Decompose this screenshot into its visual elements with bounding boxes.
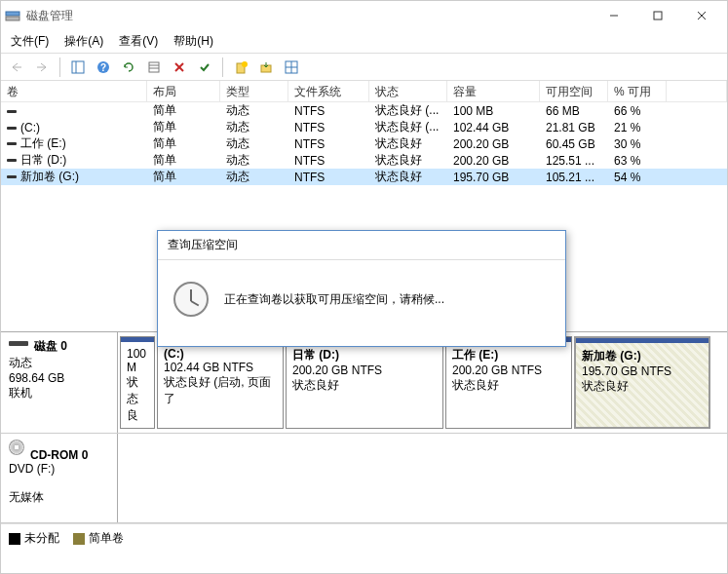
svg-point-16 bbox=[242, 61, 248, 67]
partition[interactable]: 100 M状态良 bbox=[120, 336, 155, 429]
dialog-message: 正在查询卷以获取可用压缩空间，请稍候... bbox=[224, 291, 444, 308]
disk-panel: 磁盘 0动态698.64 GB联机100 M状态良(C:)102.44 GB N… bbox=[1, 331, 727, 523]
col-layout[interactable]: 布局 bbox=[147, 81, 220, 101]
minimize-button[interactable] bbox=[592, 2, 635, 29]
toolbar: ? bbox=[1, 54, 727, 81]
close-button[interactable] bbox=[679, 2, 723, 29]
partition-size: 200.20 GB NTFS bbox=[292, 364, 437, 377]
table-row[interactable]: 工作 (E:)简单动态NTFS状态良好200.20 GB60.45 GB30 % bbox=[1, 135, 727, 152]
svg-rect-0 bbox=[6, 12, 19, 16]
col-status[interactable]: 状态 bbox=[369, 81, 447, 101]
partition[interactable]: 工作 (E:)200.20 GB NTFS状态良好 bbox=[445, 336, 572, 429]
volume-icon bbox=[7, 110, 17, 113]
partition-status: 状态良 bbox=[127, 374, 148, 424]
menu-action[interactable]: 操作(A) bbox=[57, 31, 111, 52]
partition[interactable]: (C:)102.44 GB NTFS状态良好 (启动, 页面了 bbox=[157, 336, 284, 429]
partition-size: 195.70 GB NTFS bbox=[582, 364, 703, 378]
partition-status: 状态良好 bbox=[292, 377, 437, 394]
col-free[interactable]: 可用空间 bbox=[540, 81, 608, 101]
partition-name: 日常 (D:) bbox=[292, 347, 437, 364]
legend-unallocated: 未分配 bbox=[9, 530, 59, 547]
col-filesystem[interactable]: 文件系统 bbox=[288, 81, 369, 101]
partition-status: 状态良好 bbox=[582, 378, 703, 395]
disk-partitions: 100 M状态良(C:)102.44 GB NTFS状态良好 (启动, 页面了日… bbox=[118, 332, 727, 433]
clock-icon bbox=[173, 282, 209, 317]
console-tree-button[interactable] bbox=[66, 57, 90, 78]
partition-size: 200.20 GB NTFS bbox=[452, 364, 565, 377]
menu-view[interactable]: 查看(V) bbox=[111, 31, 166, 52]
partition-bar bbox=[121, 337, 154, 342]
col-spacer bbox=[667, 81, 727, 101]
table-row[interactable]: 日常 (D:)简单动态NTFS状态良好200.20 GB125.51 ...63… bbox=[1, 152, 727, 169]
partition-size: 102.44 GB NTFS bbox=[164, 361, 277, 374]
accept-button[interactable] bbox=[193, 57, 216, 78]
col-pct[interactable]: % 可用 bbox=[608, 81, 667, 101]
table-header: 卷 布局 类型 文件系统 状态 容量 可用空间 % 可用 bbox=[1, 81, 727, 102]
back-button[interactable] bbox=[5, 57, 28, 78]
window-title: 磁盘管理 bbox=[26, 8, 592, 24]
legend-unallocated-swatch bbox=[9, 533, 20, 545]
disk-row: CD-ROM 0DVD (F:)无媒体 bbox=[1, 434, 727, 523]
disk-info[interactable]: 磁盘 0动态698.64 GB联机 bbox=[1, 332, 118, 433]
partition[interactable]: 日常 (D:)200.20 GB NTFS状态良好 bbox=[286, 336, 443, 429]
help-button[interactable]: ? bbox=[92, 57, 115, 78]
col-type[interactable]: 类型 bbox=[220, 81, 288, 101]
volume-icon bbox=[7, 127, 17, 130]
menu-file[interactable]: 文件(F) bbox=[3, 31, 57, 52]
partition-bar bbox=[576, 338, 709, 343]
disk-name: CD-ROM 0 bbox=[30, 448, 88, 462]
svg-text:?: ? bbox=[100, 62, 106, 73]
table-row[interactable]: 新加卷 (G:)简单动态NTFS状态良好195.70 GB105.21 ...5… bbox=[1, 169, 727, 185]
refresh-button[interactable] bbox=[117, 57, 140, 78]
query-shrink-dialog: 查询压缩空间 正在查询卷以获取可用压缩空间，请稍候... bbox=[157, 230, 566, 347]
partition-name: 工作 (E:) bbox=[452, 347, 565, 364]
disk-size: 698.64 GB bbox=[9, 371, 109, 385]
cdrom-icon bbox=[9, 440, 24, 455]
partition[interactable]: 新加卷 (G:)195.70 GB NTFS状态良好 bbox=[574, 336, 710, 429]
maximize-button[interactable] bbox=[635, 2, 679, 29]
disk-info[interactable]: CD-ROM 0DVD (F:)无媒体 bbox=[1, 434, 118, 522]
svg-rect-6 bbox=[72, 61, 84, 73]
svg-rect-10 bbox=[149, 62, 159, 72]
partition-size: 100 M bbox=[127, 347, 148, 374]
menu-help[interactable]: 帮助(H) bbox=[166, 31, 221, 52]
disk-type: 动态 bbox=[9, 355, 109, 371]
new-volume-button[interactable] bbox=[229, 57, 252, 78]
disk-type: DVD (F:) bbox=[9, 462, 109, 476]
menu-bar: 文件(F) 操作(A) 查看(V) 帮助(H) bbox=[1, 30, 727, 54]
volume-icon bbox=[7, 142, 17, 145]
partition-status: 状态良好 bbox=[452, 377, 565, 394]
volume-icon bbox=[7, 159, 17, 162]
app-icon bbox=[5, 8, 20, 23]
partition-name: (C:) bbox=[164, 347, 277, 361]
legend: 未分配 简单卷 bbox=[1, 523, 727, 553]
partition-name: 新加卷 (G:) bbox=[582, 348, 703, 364]
disk-icon bbox=[9, 341, 28, 346]
disk-name: 磁盘 0 bbox=[34, 339, 67, 353]
delete-button[interactable] bbox=[168, 57, 191, 78]
title-bar: 磁盘管理 bbox=[1, 1, 727, 30]
disk-partitions bbox=[118, 434, 727, 522]
dialog-title: 查询压缩空间 bbox=[158, 231, 565, 260]
volume-icon bbox=[7, 175, 17, 178]
table-row[interactable]: 简单动态NTFS状态良好 (...100 MB66 MB66 % bbox=[1, 102, 727, 119]
disk-status: 联机 bbox=[9, 385, 109, 402]
legend-simple-swatch bbox=[73, 533, 85, 545]
table-row[interactable]: (C:)简单动态NTFS状态良好 (...102.44 GB21.81 GB21… bbox=[1, 119, 727, 135]
list-button[interactable] bbox=[142, 57, 166, 78]
disk-status: 无媒体 bbox=[9, 489, 109, 506]
properties-button[interactable] bbox=[280, 57, 303, 78]
legend-simple: 简单卷 bbox=[73, 530, 124, 547]
partition-status: 状态良好 (启动, 页面了 bbox=[164, 374, 277, 407]
mount-button[interactable] bbox=[254, 57, 278, 78]
volume-table: 卷 布局 类型 文件系统 状态 容量 可用空间 % 可用 简单动态NTFS状态良… bbox=[1, 81, 727, 185]
disk-row: 磁盘 0动态698.64 GB联机100 M状态良(C:)102.44 GB N… bbox=[1, 332, 727, 434]
svg-rect-1 bbox=[6, 17, 19, 20]
col-volume[interactable]: 卷 bbox=[1, 81, 147, 101]
col-capacity[interactable]: 容量 bbox=[447, 81, 540, 101]
svg-rect-3 bbox=[654, 12, 662, 19]
forward-button[interactable] bbox=[30, 57, 54, 78]
